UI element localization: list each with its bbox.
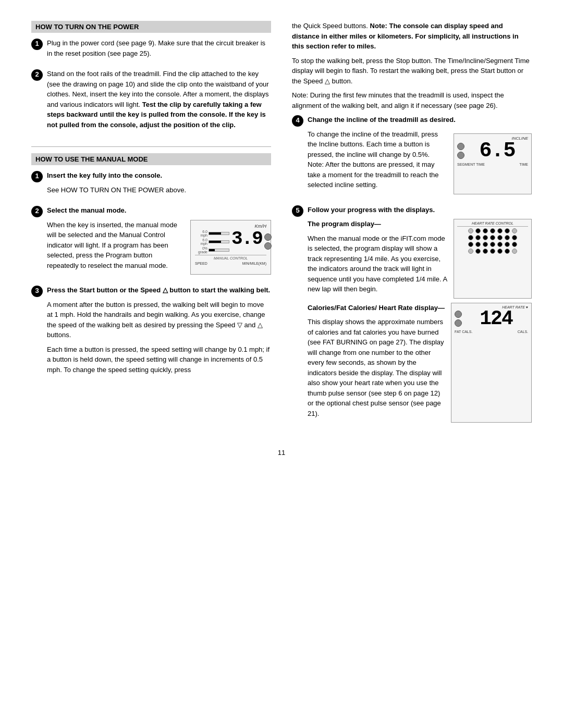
heart-rate-num-widget: HEART RATE ♥ 124 FAT CALS. CALS.: [451, 303, 532, 423]
dot-1-6: [505, 228, 510, 233]
dot-4-5: [497, 249, 503, 254]
bar-track-2: [209, 240, 229, 243]
step-1-manual-title: Insert the key fully into the console.: [47, 171, 162, 179]
speed-widget-bottom-labels: SPEED MIN/MILE(km): [195, 262, 266, 265]
bar-fill-3: [209, 249, 215, 251]
step-1-manual: 1 Insert the key fully into the console.…: [31, 170, 271, 199]
dot-1-2: [475, 228, 481, 233]
dot-4-3: [483, 249, 488, 254]
dot-3-7: [512, 242, 517, 247]
speed-btn-down[interactable]: [264, 242, 272, 250]
bar-row-3: 0% grade: [195, 246, 229, 254]
bar-label-2: 6.0 mph: [195, 238, 207, 245]
calorie-display-text: This display shows the approximate numbe…: [308, 317, 445, 418]
step-2-manual-inline: When the key is inserted, the manual mod…: [47, 220, 271, 275]
dot-1-7: [512, 228, 517, 233]
step-2-manual-text: When the key is inserted, the manual mod…: [47, 220, 184, 275]
step-2-power: 2 Stand on the foot rails of the treadmi…: [31, 69, 271, 134]
step-2-power-text1: Stand on the foot rails of the treadmill…: [47, 69, 271, 130]
step-4-inline: To change the incline of the treadmill, …: [308, 129, 532, 194]
hrn-lcd-number: 124: [464, 309, 528, 329]
speed-buttons: [264, 230, 272, 254]
step-2-bold: Test the clip by carefully taking a few …: [47, 101, 266, 129]
section-header-manual: HOW TO USE THE MANUAL MODE: [31, 153, 271, 165]
dot-3-3: [483, 242, 488, 247]
step-5-program-text: The program display— When the manual mod…: [308, 219, 447, 299]
dot-4-2: [475, 249, 481, 254]
step-3-manual-content: Press the Start button or the Speed △ bu…: [47, 285, 271, 379]
incline-bottom-left: SEGMENT TIME: [457, 163, 485, 166]
incline-btn-down[interactable]: [457, 152, 464, 159]
step-5-title: Follow your progress with the displays.: [308, 206, 435, 214]
step-2-manual-title: Select the manual mode.: [47, 206, 126, 214]
step-number-4: 4: [292, 115, 303, 127]
speed-widget-inner: 6.0 mph 6.0 mph: [195, 230, 266, 254]
incline-btn-up[interactable]: [457, 143, 464, 150]
dot-row-2: [468, 235, 517, 240]
step-5-content: Follow your progress with the displays. …: [308, 205, 532, 427]
speed-display-widget: Km/H 6.0 mph 6.0 mph: [190, 220, 271, 275]
dot-1-5: [497, 228, 503, 233]
incline-inner: 6.5: [457, 141, 528, 162]
calorie-display-title: Calories/Fat Calories/ Heart Rate displa…: [308, 304, 445, 312]
dot-2-4: [490, 235, 495, 240]
program-display-title: The program display—: [308, 220, 381, 228]
dot-grid: [457, 228, 528, 254]
heart-rate-control-widget: HEART RATE CONTROL: [454, 219, 532, 299]
hrn-btn-up[interactable]: [455, 311, 462, 318]
section-header-power: HOW TO TURN ON THE POWER: [31, 21, 271, 33]
dot-2-1: [468, 235, 473, 240]
speed-lcd-number: 3.9: [231, 230, 262, 254]
dot-3-5: [497, 242, 503, 247]
step-3-para-1: A moment after the button is pressed, th…: [47, 300, 271, 340]
step-4-content: Change the incline of the treadmill as d…: [308, 115, 532, 199]
hr-control-top-label: HEART RATE CONTROL: [457, 221, 528, 227]
step-2-manual: 2 Select the manual mode. When the key i…: [31, 205, 271, 279]
step-5: 5 Follow your progress with the displays…: [292, 205, 532, 427]
dot-row-4: [468, 249, 517, 254]
incline-lcd-number: 6.5: [467, 141, 528, 162]
bar-label-3: 0% grade: [195, 246, 207, 254]
step-number-5: 5: [292, 205, 303, 217]
manual-ctrl-label: MANUAL CONTROL: [195, 255, 266, 260]
incline-bottom-labels: SEGMENT TIME TIME: [457, 163, 528, 166]
step-3-para-2: Each time a button is pressed, the speed…: [47, 344, 271, 375]
step-2-power-content: Stand on the foot rails of the treadmill…: [47, 69, 271, 134]
dot-4-7: [512, 249, 517, 254]
step-number-1: 1: [31, 39, 43, 50]
speed-widget-top-label: Km/H: [195, 224, 266, 229]
speed-btn-up[interactable]: [264, 233, 272, 241]
hrn-buttons: [455, 311, 462, 327]
step-1-power: 1 Plug in the power cord (see page 9). M…: [31, 38, 271, 63]
page-number: 11: [31, 449, 532, 456]
incline-bottom-right: TIME: [519, 163, 528, 166]
incline-display-widget: INCLINE 6.5 SEGMENT TIME TIME: [454, 133, 532, 194]
dot-2-2: [475, 235, 481, 240]
right-intro-1: the Quick Speed buttons. Note: The conso…: [292, 21, 532, 52]
step-1-power-content: Plug in the power cord (see page 9). Mak…: [47, 38, 271, 63]
hrn-bottom-left: FAT CALS.: [455, 330, 472, 334]
dot-3-1: [468, 242, 473, 247]
right-intro-bold: Note: The console can display speed and …: [292, 22, 519, 50]
divider-1: [31, 146, 271, 147]
page-layout: HOW TO TURN ON THE POWER 1 Plug in the p…: [31, 21, 532, 433]
dot-row-3: [468, 242, 517, 247]
step-2-manual-para: When the key is inserted, the manual mod…: [47, 220, 184, 271]
incline-buttons: [457, 143, 464, 159]
dot-4-1: [468, 249, 473, 254]
dot-2-7: [512, 235, 517, 240]
bar-track-1: [209, 232, 229, 235]
step-5-program-inline: The program display— When the manual mod…: [308, 219, 532, 299]
step-4: 4 Change the incline of the treadmill as…: [292, 115, 532, 199]
dot-3-6: [505, 242, 510, 247]
step-5-calorie-text: Calories/Fat Calories/ Heart Rate displa…: [308, 303, 445, 423]
hrn-btn-down[interactable]: [455, 319, 462, 327]
step-1-power-text: Plug in the power cord (see page 9). Mak…: [47, 38, 271, 58]
step-1-manual-content: Insert the key fully into the console. S…: [47, 170, 271, 199]
dot-4-6: [505, 249, 510, 254]
step-4-para: To change the incline of the treadmill, …: [308, 129, 447, 190]
step-5-calorie-inline: Calories/Fat Calories/ Heart Rate displa…: [308, 303, 532, 423]
bar-fill-1: [209, 232, 221, 235]
dot-3-4: [490, 242, 495, 247]
step-number-2-power: 2: [31, 69, 43, 81]
